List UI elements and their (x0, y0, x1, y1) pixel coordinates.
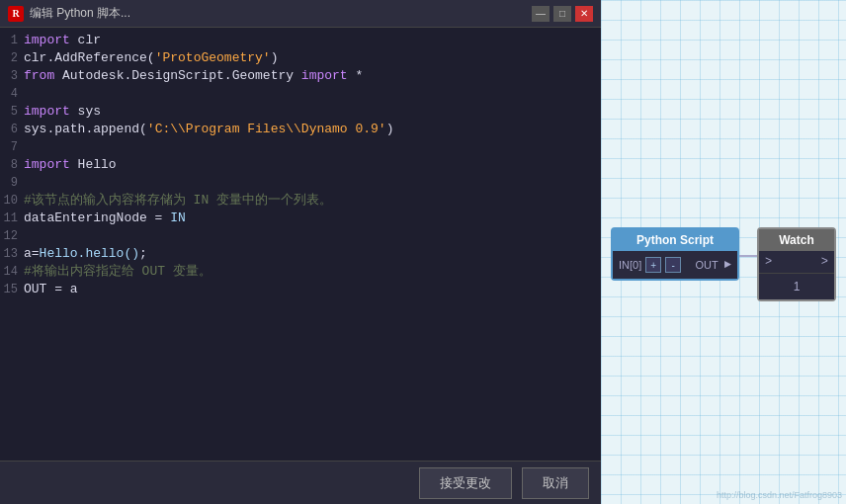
code-line: 9 (0, 174, 601, 192)
add-port-button[interactable]: + (645, 257, 661, 273)
connector-line (739, 255, 757, 257)
app-icon: R (8, 6, 24, 22)
code-line: 13 a=Hello.hello(); (0, 245, 601, 263)
watch-node[interactable]: Watch > > 1 (757, 227, 836, 301)
close-button[interactable]: ✕ (575, 6, 593, 22)
bottom-bar: 接受更改 取消 (0, 461, 601, 504)
code-editor[interactable]: 1 import clr 2 clr.AddReference('ProtoGe… (0, 28, 601, 461)
title-bar: R 编辑 Python 脚本... — □ ✕ (0, 0, 601, 28)
connector (739, 255, 757, 257)
watch-out-port: > (821, 255, 828, 269)
canvas-panel: Python Script IN[0] + - OUT ► Watch > > … (601, 0, 846, 504)
cancel-button[interactable]: 取消 (522, 467, 589, 499)
code-line: 1 import clr (0, 32, 601, 49)
watch-node-body: > > (759, 251, 834, 273)
accept-button[interactable]: 接受更改 (419, 467, 512, 499)
title-bar-left: R 编辑 Python 脚本... (8, 5, 130, 22)
code-line: 3 from Autodesk.DesignScript.Geometry im… (0, 67, 601, 85)
out-port-arrow: ► (724, 258, 731, 272)
window-controls: — □ ✕ (532, 6, 593, 22)
maximize-button[interactable]: □ (553, 6, 571, 22)
code-line: 12 (0, 227, 601, 245)
code-line: 7 (0, 138, 601, 156)
code-line: 14 #将输出内容指定给 OUT 变量。 (0, 263, 601, 281)
code-line: 2 clr.AddReference('ProtoGeometry') (0, 49, 601, 67)
watch-in-port: > (765, 255, 772, 269)
python-script-node-header: Python Script (613, 229, 737, 251)
watch-value: 1 (759, 273, 834, 299)
code-line: 11 dataEnteringNode = IN (0, 210, 601, 227)
code-line: 4 (0, 85, 601, 103)
window-title: 编辑 Python 脚本... (30, 5, 130, 22)
in-port-label: IN[0] (619, 259, 641, 271)
python-script-node[interactable]: Python Script IN[0] + - OUT ► (611, 227, 739, 281)
code-line: 10 #该节点的输入内容将存储为 IN 变量中的一个列表。 (0, 192, 601, 210)
python-script-node-body: IN[0] + - OUT ► (613, 251, 737, 279)
minimize-button[interactable]: — (532, 6, 550, 22)
out-port-label: OUT (696, 259, 719, 271)
code-line: 5 import sys (0, 103, 601, 121)
code-line: 15 OUT = a (0, 281, 601, 298)
code-line: 6 sys.path.append('C:\\Program Files\\Dy… (0, 121, 601, 138)
watch-node-header: Watch (759, 229, 834, 251)
code-line: 8 import Hello (0, 156, 601, 174)
nodes-area: Python Script IN[0] + - OUT ► Watch > > … (611, 227, 836, 301)
watermark: http://blog.csdn.net/Fatfrog8903 (717, 490, 842, 500)
editor-panel: R 编辑 Python 脚本... — □ ✕ 1 import clr 2 c… (0, 0, 601, 504)
remove-port-button[interactable]: - (665, 257, 681, 273)
